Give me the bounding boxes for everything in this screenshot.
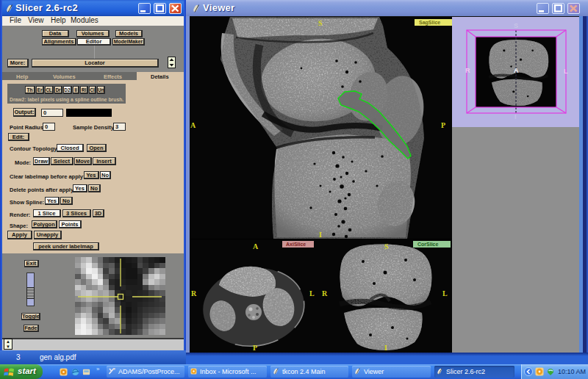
- svg-text:A: A: [514, 67, 519, 74]
- svg-text:R: R: [322, 289, 328, 297]
- svg-text:S: S: [514, 22, 518, 29]
- svg-text:S: S: [384, 242, 389, 250]
- svg-text:S: S: [318, 19, 323, 27]
- svg-text:R: R: [465, 67, 470, 74]
- svg-text:L: L: [564, 68, 568, 75]
- svg-text:L: L: [442, 289, 448, 297]
- svg-text:SagSlice: SagSlice: [419, 20, 440, 26]
- svg-text:I: I: [319, 231, 322, 239]
- svg-text:P: P: [253, 344, 257, 352]
- svg-text:I: I: [384, 344, 387, 352]
- svg-text:I: I: [514, 113, 517, 120]
- svg-text:L: L: [309, 289, 315, 297]
- svg-text:CorSlice: CorSlice: [417, 242, 439, 247]
- svg-text:R: R: [191, 289, 197, 297]
- svg-text:AxiSlice: AxiSlice: [286, 242, 306, 247]
- svg-text:A: A: [253, 242, 259, 250]
- svg-text:A: A: [190, 121, 196, 129]
- svg-text:P: P: [441, 121, 445, 129]
